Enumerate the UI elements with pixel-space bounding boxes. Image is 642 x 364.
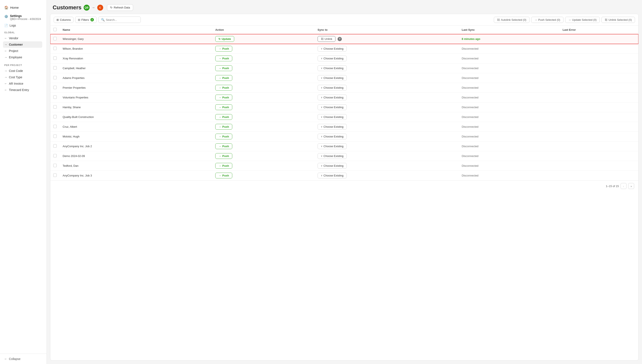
page-title: Customers (53, 4, 82, 11)
refresh-button[interactable]: ↻ Refresh Data (107, 4, 133, 11)
chevron-down-icon: ∨ (321, 86, 323, 89)
filters-button[interactable]: ⊟ Filters 2 (75, 16, 96, 23)
table-body: Wiessinger, Gary↻Update ⛓Unlink ? 8 minu… (50, 34, 638, 180)
sidebar-home-label: Home (10, 6, 19, 9)
push-button[interactable]: →Push (215, 144, 232, 149)
row-checkbox[interactable] (53, 76, 57, 79)
row-checkbox[interactable] (53, 154, 57, 158)
sidebar-collapse[interactable]: ← Collapse (0, 354, 47, 364)
sidebar-item-timecard-entry[interactable]: ← Timecard Entry (4, 87, 42, 93)
chevron-down-icon: ∨ (321, 57, 323, 60)
choose-existing-button[interactable]: ∨Choose Existing (317, 56, 347, 61)
col-header-last-error: Last Error (560, 26, 638, 34)
search-box[interactable]: 🔍 (98, 16, 141, 23)
push-icon: → (218, 96, 221, 99)
customer-name: Campbell, Heather (60, 64, 212, 73)
push-button[interactable]: →Push (215, 163, 232, 169)
link-icon: ⛓ (497, 18, 500, 22)
last-sync-value: Disconnected (459, 151, 560, 161)
search-input[interactable] (106, 18, 138, 22)
push-button[interactable]: →Push (215, 153, 232, 159)
push-icon: → (218, 76, 221, 80)
row-checkbox[interactable] (53, 134, 57, 138)
last-sync-value: Disconnected (459, 44, 560, 54)
row-checkbox[interactable] (53, 125, 57, 128)
choose-existing-button[interactable]: ∨Choose Existing (317, 124, 347, 130)
push-button[interactable]: →Push (215, 104, 232, 110)
push-button[interactable]: →Push (215, 134, 232, 139)
sidebar-item-project[interactable]: ← Project (4, 48, 42, 54)
customer-name: Voluntario Properties (60, 93, 212, 102)
sidebar-item-customer[interactable]: → Customer (3, 41, 42, 48)
unlink-button[interactable]: ⛓Unlink (317, 36, 336, 42)
last-sync-value: Disconnected (459, 102, 560, 112)
autolink-button[interactable]: ⛓ Autolink Selected (0) (494, 17, 529, 23)
push-button[interactable]: →Push (215, 85, 232, 90)
row-checkbox[interactable] (53, 164, 57, 167)
select-all-checkbox[interactable] (53, 28, 57, 31)
choose-existing-button[interactable]: ∨Choose Existing (317, 153, 347, 159)
sidebar-item-label: Timecard Entry (9, 88, 29, 92)
push-button[interactable]: →Push (215, 65, 232, 71)
table-row: Hamby, Shane→Push∨Choose ExistingDisconn… (50, 102, 638, 112)
chevron-down-icon: ∨ (321, 155, 323, 158)
customer-name: Wilson, Brandon (60, 44, 212, 54)
push-button[interactable]: →Push (215, 94, 232, 100)
sidebar-item-vendor[interactable]: ← Vendor (4, 35, 42, 41)
unlink-selected-button[interactable]: ⛓ Unlink Selected (0) (601, 17, 635, 23)
customer-name: Premier Properties (60, 83, 212, 93)
push-button[interactable]: →Push (215, 46, 232, 52)
choose-existing-button[interactable]: ∨Choose Existing (317, 134, 347, 139)
choose-existing-button[interactable]: ∨Choose Existing (317, 85, 347, 90)
choose-existing-button[interactable]: ∨Choose Existing (317, 75, 347, 81)
push-button[interactable]: →Push (215, 56, 232, 61)
row-checkbox[interactable] (53, 37, 57, 40)
table-row: Tedford, Dan→Push∨Choose ExistingDisconn… (50, 161, 638, 171)
update-selected-button[interactable]: → Update Selected (0) (565, 17, 600, 23)
sidebar-item-ar-invoice[interactable]: ← AR Invoice (4, 80, 42, 87)
next-page-button[interactable]: › (628, 183, 634, 189)
update-button[interactable]: ↻Update (215, 36, 234, 42)
sidebar-item-cost-code[interactable]: → Cost Code (4, 68, 42, 74)
arrow-icon: → (4, 69, 7, 72)
choose-existing-button[interactable]: ∨Choose Existing (317, 144, 347, 149)
choose-existing-button[interactable]: ∨Choose Existing (317, 65, 347, 71)
push-icon: → (534, 18, 537, 22)
sidebar-settings-sub: QBD<>Procore - 4/30/2024 (10, 18, 41, 20)
push-button[interactable]: →Push (215, 124, 232, 130)
choose-existing-button[interactable]: ∨Choose Existing (317, 114, 347, 120)
push-button[interactable]: →Push (215, 114, 232, 120)
push-icon: → (218, 164, 221, 167)
sidebar-home[interactable]: 🏠 Home (4, 4, 42, 11)
settings-icon: ⚙️ (4, 15, 8, 18)
row-checkbox[interactable] (53, 66, 57, 70)
push-icon: → (218, 106, 221, 109)
row-checkbox[interactable] (53, 96, 57, 99)
choose-existing-button[interactable]: ∨Choose Existing (317, 46, 347, 52)
sidebar-item-employee[interactable]: → Employee (4, 54, 42, 60)
row-checkbox[interactable] (53, 115, 57, 118)
sidebar-item-cost-type[interactable]: → Cost Type (4, 74, 42, 80)
row-checkbox[interactable] (53, 174, 57, 177)
last-sync-value: Disconnected (459, 132, 560, 142)
row-checkbox[interactable] (53, 144, 57, 148)
row-checkbox[interactable] (53, 56, 57, 60)
columns-button[interactable]: ⊞ Columns (54, 17, 74, 23)
push-selected-button[interactable]: → Push Selected (0) (531, 17, 563, 23)
main-content: Customers QB → C ↻ Refresh Data ⊞ Column… (47, 0, 642, 364)
choose-existing-button[interactable]: ∨Choose Existing (317, 104, 347, 110)
arrow-icon: → (4, 56, 7, 59)
row-checkbox[interactable] (53, 47, 57, 50)
choose-existing-button[interactable]: ∨Choose Existing (317, 94, 347, 100)
table-row: Quality-Built Construction→Push∨Choose E… (50, 112, 638, 122)
sidebar-logs[interactable]: 📄 Logs (0, 22, 47, 29)
choose-existing-button[interactable]: ∨Choose Existing (317, 163, 347, 169)
row-checkbox[interactable] (53, 105, 57, 108)
prev-page-button[interactable]: ‹ (620, 183, 626, 189)
choose-existing-button[interactable]: ∨Choose Existing (317, 173, 347, 178)
push-button[interactable]: →Push (215, 75, 232, 81)
push-button[interactable]: →Push (215, 173, 232, 178)
row-checkbox[interactable] (53, 86, 57, 89)
last-sync-value: Disconnected (459, 171, 560, 180)
sidebar-per-project-section: PER PROJECT → Cost Code → Cost Type ← AR… (0, 61, 47, 94)
